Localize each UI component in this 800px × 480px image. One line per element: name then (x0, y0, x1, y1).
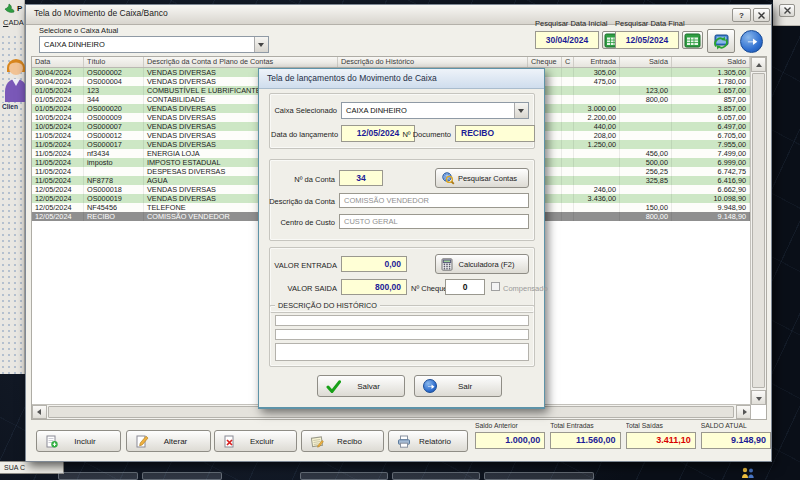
pesquisar-contas-button[interactable]: Pesquisar Contas (435, 168, 529, 188)
column-header-historico[interactable]: Descrição do Histórico (338, 57, 528, 67)
cell-c (562, 158, 574, 167)
column-header-cheque[interactable]: Cheque (528, 57, 562, 67)
recibo-button[interactable]: Recibo (301, 430, 384, 452)
cell-c (562, 140, 574, 149)
caixa-select[interactable]: CAIXA DINHEIRO (39, 36, 269, 53)
chevron-down-icon[interactable] (514, 103, 528, 118)
column-header-entrada[interactable]: Entrada (574, 57, 620, 67)
dialog-titlebar[interactable]: Tela de lançamentos do Movimento de Caix… (259, 69, 544, 89)
incluir-button[interactable]: Incluir (36, 430, 121, 452)
salvar-button[interactable]: Salvar (317, 375, 405, 397)
cell-saida: 800,00 (620, 212, 672, 221)
chevron-down-icon[interactable] (254, 37, 268, 52)
historico-input-line2[interactable] (275, 329, 529, 340)
cell-saida: 123,00 (620, 86, 672, 95)
cell-saldo: 10.098,90 (672, 194, 750, 203)
select-caixa-label: Selecione o Caixa Atual (39, 26, 118, 35)
column-header-c[interactable]: C (562, 57, 574, 67)
cell-titulo: nf3434 (84, 149, 144, 158)
cell-data: 10/05/2024 (32, 122, 84, 131)
cell-titulo: NF8778 (84, 176, 144, 185)
cell-titulo: NF45456 (84, 203, 144, 212)
taskbar-ghost (58, 472, 138, 480)
valor-saida-input[interactable]: 800,00 (341, 279, 407, 295)
cheque-input[interactable]: 0 (445, 279, 485, 295)
cell-saldo: 1.657,00 (672, 86, 750, 95)
close-button[interactable] (753, 8, 770, 22)
scroll-up-arrow[interactable] (751, 57, 766, 72)
date-end-input[interactable]: 12/05/2024 (615, 31, 679, 49)
parent-toolbar-strip: P CADA Clien (0, 0, 25, 374)
relatorio-label: Relatório (411, 437, 459, 446)
cell-data: 11/05/2024 (32, 131, 84, 140)
go-search-button[interactable] (740, 30, 763, 53)
compensado-checkbox[interactable] (491, 282, 500, 291)
column-header-data[interactable]: Data (32, 57, 84, 67)
scroll-right-arrow[interactable] (736, 405, 751, 419)
menu-cadastro[interactable]: CADA (3, 18, 24, 27)
cell-entrada: 305,00 (574, 68, 620, 77)
sair-label: Sair (437, 382, 493, 391)
alterar-button[interactable]: Alterar (126, 430, 211, 452)
cell-c (562, 131, 574, 140)
dialog-caixa-label: Caixa Selecionado (271, 106, 337, 115)
scroll-left-arrow[interactable] (32, 405, 47, 419)
parent-status-text: SUA C (0, 461, 64, 474)
calculator-icon (441, 258, 453, 271)
help-button[interactable]: ? (732, 8, 751, 22)
search-contas-icon (441, 171, 455, 185)
cell-titulo: OS000020 (84, 104, 144, 113)
valor-entrada-input[interactable]: 0,00 (341, 256, 407, 272)
calculadora-button[interactable]: Calculadora (F2) (435, 254, 529, 274)
sair-button[interactable]: Sair (414, 375, 502, 397)
cell-data: 30/04/2024 (32, 68, 84, 77)
tray-people-icon[interactable] (740, 465, 756, 478)
excluir-button[interactable]: Excluir (214, 430, 297, 452)
cell-data: 12/05/2024 (32, 185, 84, 194)
column-header-titulo[interactable]: Título (84, 57, 144, 67)
cell-titulo: OS000018 (84, 185, 144, 194)
date-start-label: Pesquisar Data Inicial (535, 19, 608, 28)
cell-c (562, 194, 574, 203)
cell-data: 12/05/2024 (32, 203, 84, 212)
scroll-down-arrow[interactable] (751, 390, 766, 405)
parent-title: P (1, 1, 25, 16)
refresh-button[interactable] (707, 29, 735, 53)
clientes-toolbar-button[interactable] (2, 56, 25, 102)
vertical-scrollbar[interactable] (750, 57, 766, 405)
historico-input-line3[interactable] (275, 343, 529, 361)
cell-c (562, 86, 574, 95)
parent-close-button[interactable] (779, 4, 795, 17)
cell-entrada: 475,00 (574, 77, 620, 86)
date-start-input[interactable]: 30/04/2024 (535, 31, 599, 49)
cell-c (562, 176, 574, 185)
historico-input-line1[interactable] (275, 315, 529, 326)
cell-saida (620, 194, 672, 203)
cell-saldo: 6.742,75 (672, 167, 750, 176)
date-end-calendar-button[interactable] (682, 31, 703, 49)
cell-entrada (574, 212, 620, 221)
person-icon (2, 56, 25, 102)
cell-saldo: 7.499,00 (672, 149, 750, 158)
scrollbar-thumb[interactable] (752, 73, 765, 388)
dialog-doc-input[interactable]: RECIBO (455, 125, 535, 142)
incluir-label: Incluir (58, 437, 112, 446)
cell-data: 11/05/2024 (32, 167, 84, 176)
relatorio-button[interactable]: Relatório (388, 430, 468, 452)
column-header-saldo[interactable]: Saldo (672, 57, 750, 67)
cell-titulo: 344 (84, 95, 144, 104)
taskbar-ghost (392, 472, 480, 480)
parent-title-text: P (17, 2, 22, 16)
cell-c (562, 113, 574, 122)
cell-titulo (84, 167, 144, 176)
cell-titulo: OS000019 (84, 194, 144, 203)
alterar-label: Alterar (149, 437, 202, 446)
dialog-title: Tela de lançamentos do Movimento de Caix… (267, 73, 437, 83)
account-number-input[interactable]: 34 (339, 170, 383, 186)
column-header-conta[interactable]: Descrição da Conta d Plano de Contas (144, 57, 338, 67)
column-header-saida[interactable]: Saída (620, 57, 672, 67)
dialog-caixa-select[interactable]: CAIXA DINHEIRO (341, 102, 529, 119)
cost-center-label: Centro de Custo (267, 218, 335, 227)
cell-saldo: 6.705,00 (672, 131, 750, 140)
delete-icon (223, 435, 236, 448)
